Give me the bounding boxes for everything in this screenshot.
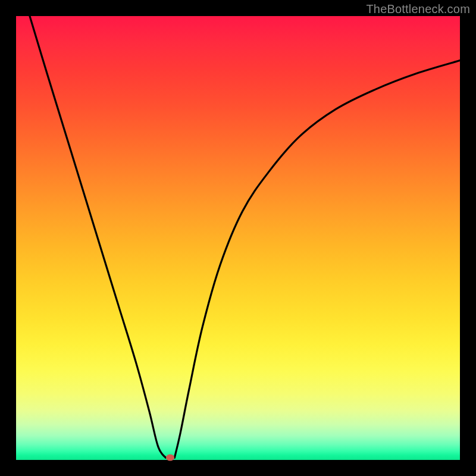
watermark-text: TheBottleneck.com [366,2,470,16]
bottleneck-curve [16,16,460,460]
curve-right-branch [174,61,460,458]
optimum-marker [166,455,174,461]
chart-frame: TheBottleneck.com [0,0,476,476]
curve-left-branch [29,16,165,458]
plot-area [16,16,460,460]
